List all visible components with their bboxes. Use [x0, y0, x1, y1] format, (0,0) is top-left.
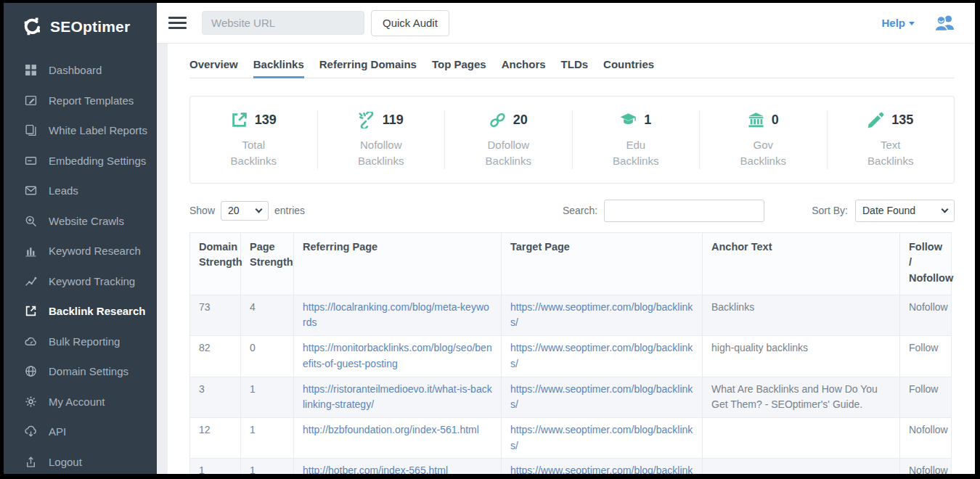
stat-total-backlinks: 139 TotalBacklinks [190, 110, 318, 169]
sidebar-item-domain-settings[interactable]: Domain Settings [4, 356, 157, 387]
entries-select[interactable]: 20 [221, 201, 269, 221]
cell-anchor-text: high-quality backlinks [703, 336, 900, 377]
col-header-anchor-text: Anchor Text [703, 232, 900, 295]
pages-icon [24, 124, 37, 137]
referring-page-link[interactable]: http://hotber.com/index-565.html [303, 464, 448, 474]
cell-page-strength: 4 [241, 295, 294, 335]
cell-target-page: https://www.seoptimer.com/blog/backlinks… [502, 336, 703, 377]
sidebar-item-report-templates[interactable]: Report Templates [4, 86, 157, 116]
stat-edu-backlinks: 1 EduBacklinks [573, 110, 701, 169]
hamburger-menu-icon[interactable] [168, 17, 187, 29]
tab-backlinks[interactable]: Backlinks [253, 58, 304, 78]
brand-logo[interactable]: SEOptimer [4, 3, 157, 45]
sidebar-item-embedding-settings[interactable]: Embedding Settings [4, 146, 157, 176]
chevron-down-icon [909, 22, 915, 25]
stat-text-backlinks: 135 TextBacklinks [828, 110, 955, 169]
sidebar-item-label: API [49, 425, 66, 438]
sidebar-item-dashboard[interactable]: Dashboard [4, 55, 157, 86]
sidebar-item-website-crawls[interactable]: Website Crawls [4, 206, 157, 237]
table-controls: Show 20 entries Search: Sort By: Date Fo… [189, 200, 955, 222]
topbar-right: Help [881, 14, 956, 33]
cell-page-strength: 1 [241, 417, 294, 458]
sidebar-item-api[interactable]: API [4, 417, 157, 447]
sidebar-item-label: Backlink Research [49, 305, 145, 317]
topbar: Quick Audit Help [157, 3, 975, 44]
stat-nofollow-backlinks: 119 NofollowBacklinks [318, 110, 446, 169]
account-avatar[interactable] [933, 14, 956, 33]
cell-target-page: https://www.seoptimer.com/blog/backlinks… [502, 417, 703, 458]
sidebar-item-label: Dashboard [49, 64, 102, 76]
referring-page-link[interactable]: http://bzbfoundation.org/index-561.html [303, 424, 479, 435]
cell-follow: Follow [900, 377, 952, 417]
quick-audit-button[interactable]: Quick Audit [371, 10, 449, 36]
cell-domain-strength: 12 [190, 417, 241, 458]
tab-top-pages[interactable]: Top Pages [432, 58, 486, 78]
stat-value: 135 [891, 112, 913, 128]
sidebar-item-label: Keyword Tracking [49, 275, 135, 287]
search-input[interactable] [604, 200, 764, 222]
tab-referring-domains[interactable]: Referring Domains [319, 58, 417, 78]
sort-by-select[interactable]: Date Found [855, 200, 955, 222]
backlink-stats-card: 139 TotalBacklinks 119 NofollowBacklinks [189, 96, 955, 184]
target-page-link[interactable]: https://www.seoptimer.com/blog/backlinks… [510, 342, 693, 369]
sidebar-item-white-label-reports[interactable]: White Label Reports [4, 115, 157, 146]
target-page-link[interactable]: https://www.seoptimer.com/blog/backlinks… [510, 424, 693, 451]
tab-overview[interactable]: Overview [189, 58, 238, 78]
cell-anchor-text: Backlinks [703, 295, 900, 335]
gear-icon [24, 395, 37, 408]
sidebar-item-label: Website Crawls [49, 215, 124, 227]
cell-page-strength: 1 [241, 377, 294, 417]
sidebar-item-label: Logout [49, 456, 82, 468]
sidebar-item-leads[interactable]: Leads [4, 176, 157, 206]
sidebar-item-bulk-reporting[interactable]: Bulk Reporting [4, 327, 157, 357]
stat-label: GovBacklinks [700, 137, 827, 169]
stat-label: TotalBacklinks [190, 137, 317, 169]
table-row: 12 1 http://bzbfoundation.org/index-561.… [190, 417, 952, 458]
report-tabs: Overview Backlinks Referring Domains Top… [189, 58, 955, 78]
sidebar-item-label: Embedding Settings [49, 155, 146, 167]
referring-page-link[interactable]: https://ristoranteilmedioevo.it/what-is-… [303, 383, 492, 411]
stat-gov-backlinks: 0 GovBacklinks [700, 110, 828, 169]
chevron-down-icon [942, 206, 949, 213]
cell-referring-page: https://localranking.com/blog/meta-keywo… [294, 295, 502, 335]
cell-anchor-text [703, 417, 900, 458]
sidebar-item-logout[interactable]: Logout [4, 447, 157, 475]
sidebar-item-label: White Label Reports [49, 124, 147, 136]
cell-page-strength: 0 [241, 336, 294, 377]
sidebar-item-keyword-tracking[interactable]: Keyword Tracking [4, 266, 157, 297]
tab-anchors[interactable]: Anchors [502, 58, 546, 78]
sidebar-item-backlink-research[interactable]: Backlink Research [4, 296, 157, 327]
col-header-target-page: Target Page [502, 232, 703, 295]
col-header-referring-page: Referring Page [294, 232, 502, 295]
target-page-link[interactable]: https://www.seoptimer.com/blog/backlinks… [510, 383, 693, 411]
sidebar-item-keyword-research[interactable]: Keyword Research [4, 236, 157, 266]
tab-countries[interactable]: Countries [603, 58, 654, 78]
referring-page-link[interactable]: https://localranking.com/blog/meta-keywo… [303, 301, 489, 329]
backlinks-table: Domain Strength Page Strength Referring … [189, 232, 952, 475]
stat-label: EduBacklinks [573, 137, 700, 169]
table-row: 3 1 https://ristoranteilmedioevo.it/what… [190, 377, 952, 417]
cloud-gauge-icon [24, 335, 37, 348]
table-row: 73 4 https://localranking.com/blog/meta-… [190, 295, 952, 335]
stat-value: 1 [644, 112, 651, 128]
sidebar: SEOptimer Dashboard Report Templates Whi… [4, 3, 157, 474]
stat-label: NofollowBacklinks [318, 137, 445, 169]
broken-link-icon [359, 112, 375, 128]
search-label: Search: [563, 205, 597, 216]
cell-follow: Nofollow [900, 417, 952, 458]
cell-follow: Nofollow [900, 459, 952, 474]
entries-select-value: 20 [228, 205, 240, 216]
logout-icon [24, 455, 37, 468]
cloud-download-icon [24, 425, 37, 438]
backlinks-panel: Overview Backlinks Referring Domains Top… [168, 44, 975, 474]
tab-tlds[interactable]: TLDs [561, 58, 589, 78]
target-page-link[interactable]: https://www.seoptimer.com/blog/backlinks… [510, 464, 693, 474]
sidebar-item-my-account[interactable]: My Account [4, 387, 157, 417]
col-header-follow: Follow / Nofollow [900, 232, 952, 295]
target-page-link[interactable]: https://www.seoptimer.com/blog/backlinks… [510, 301, 693, 329]
help-menu[interactable]: Help [881, 17, 915, 29]
col-header-domain-strength: Domain Strength [190, 232, 241, 295]
referring-page-link[interactable]: https://monitorbacklinks.com/blog/seo/be… [303, 342, 492, 369]
users-icon [933, 14, 956, 33]
website-url-input[interactable] [202, 11, 364, 35]
